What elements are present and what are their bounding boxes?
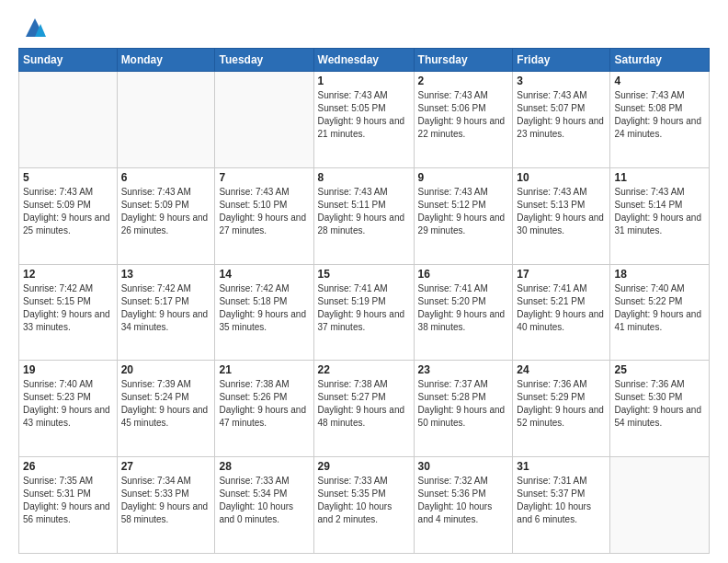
calendar-cell xyxy=(610,457,710,554)
day-info: Sunrise: 7:43 AM Sunset: 5:09 PM Dayligh… xyxy=(121,186,211,237)
day-info: Sunrise: 7:36 AM Sunset: 5:29 PM Dayligh… xyxy=(517,378,606,430)
day-number: 20 xyxy=(121,363,211,376)
calendar-cell: 16Sunrise: 7:41 AM Sunset: 5:20 PM Dayli… xyxy=(414,264,513,361)
col-header-friday: Friday xyxy=(513,49,610,72)
day-info: Sunrise: 7:34 AM Sunset: 5:33 PM Dayligh… xyxy=(121,475,211,526)
calendar-cell: 25Sunrise: 7:36 AM Sunset: 5:30 PM Dayli… xyxy=(610,361,710,457)
day-number: 18 xyxy=(614,268,705,281)
day-info: Sunrise: 7:38 AM Sunset: 5:26 PM Dayligh… xyxy=(219,378,309,430)
logo-icon xyxy=(22,15,48,40)
day-info: Sunrise: 7:33 AM Sunset: 5:34 PM Dayligh… xyxy=(219,475,309,526)
header xyxy=(18,15,710,40)
calendar-cell: 22Sunrise: 7:38 AM Sunset: 5:27 PM Dayli… xyxy=(313,361,414,457)
col-header-thursday: Thursday xyxy=(414,49,513,72)
day-number: 4 xyxy=(614,75,705,87)
calendar-cell: 19Sunrise: 7:40 AM Sunset: 5:23 PM Dayli… xyxy=(19,361,118,457)
calendar-cell: 10Sunrise: 7:43 AM Sunset: 5:13 PM Dayli… xyxy=(513,167,610,264)
col-header-tuesday: Tuesday xyxy=(215,49,313,72)
day-info: Sunrise: 7:32 AM Sunset: 5:36 PM Dayligh… xyxy=(418,475,509,526)
calendar-cell xyxy=(117,72,215,168)
calendar-cell: 23Sunrise: 7:37 AM Sunset: 5:28 PM Dayli… xyxy=(414,361,513,457)
day-info: Sunrise: 7:40 AM Sunset: 5:23 PM Dayligh… xyxy=(23,378,113,430)
day-info: Sunrise: 7:40 AM Sunset: 5:22 PM Dayligh… xyxy=(614,282,705,334)
calendar-cell: 2Sunrise: 7:43 AM Sunset: 5:06 PM Daylig… xyxy=(414,72,513,168)
day-info: Sunrise: 7:38 AM Sunset: 5:27 PM Dayligh… xyxy=(318,378,410,430)
calendar-cell xyxy=(19,72,118,168)
day-info: Sunrise: 7:39 AM Sunset: 5:24 PM Dayligh… xyxy=(121,378,211,430)
calendar-cell: 20Sunrise: 7:39 AM Sunset: 5:24 PM Dayli… xyxy=(117,361,215,457)
calendar-cell: 3Sunrise: 7:43 AM Sunset: 5:07 PM Daylig… xyxy=(513,72,610,168)
day-info: Sunrise: 7:43 AM Sunset: 5:11 PM Dayligh… xyxy=(318,186,410,237)
day-info: Sunrise: 7:43 AM Sunset: 5:14 PM Dayligh… xyxy=(614,186,705,237)
logo xyxy=(18,15,48,40)
calendar-cell: 9Sunrise: 7:43 AM Sunset: 5:12 PM Daylig… xyxy=(414,167,513,264)
calendar-cell: 1Sunrise: 7:43 AM Sunset: 5:05 PM Daylig… xyxy=(313,72,414,168)
week-row-2: 5Sunrise: 7:43 AM Sunset: 5:09 PM Daylig… xyxy=(19,167,710,264)
day-info: Sunrise: 7:42 AM Sunset: 5:15 PM Dayligh… xyxy=(23,282,113,334)
day-number: 29 xyxy=(318,460,410,473)
calendar-cell: 8Sunrise: 7:43 AM Sunset: 5:11 PM Daylig… xyxy=(313,167,414,264)
day-number: 30 xyxy=(418,460,509,473)
calendar-table: SundayMondayTuesdayWednesdayThursdayFrid… xyxy=(18,48,710,554)
calendar-cell: 18Sunrise: 7:40 AM Sunset: 5:22 PM Dayli… xyxy=(610,264,710,361)
calendar-cell: 11Sunrise: 7:43 AM Sunset: 5:14 PM Dayli… xyxy=(610,167,710,264)
day-info: Sunrise: 7:41 AM Sunset: 5:21 PM Dayligh… xyxy=(517,282,606,334)
day-number: 9 xyxy=(418,171,509,184)
calendar-cell: 12Sunrise: 7:42 AM Sunset: 5:15 PM Dayli… xyxy=(19,264,118,361)
day-number: 27 xyxy=(121,460,211,473)
day-number: 3 xyxy=(517,75,606,87)
calendar-cell: 13Sunrise: 7:42 AM Sunset: 5:17 PM Dayli… xyxy=(117,264,215,361)
days-header-row: SundayMondayTuesdayWednesdayThursdayFrid… xyxy=(19,49,710,72)
day-number: 23 xyxy=(418,363,509,376)
calendar-cell xyxy=(215,72,313,168)
day-number: 25 xyxy=(614,363,705,376)
day-info: Sunrise: 7:35 AM Sunset: 5:31 PM Dayligh… xyxy=(23,475,113,526)
col-header-saturday: Saturday xyxy=(610,49,710,72)
calendar-cell: 4Sunrise: 7:43 AM Sunset: 5:08 PM Daylig… xyxy=(610,72,710,168)
day-info: Sunrise: 7:43 AM Sunset: 5:07 PM Dayligh… xyxy=(517,89,606,141)
calendar-cell: 30Sunrise: 7:32 AM Sunset: 5:36 PM Dayli… xyxy=(414,457,513,554)
day-info: Sunrise: 7:31 AM Sunset: 5:37 PM Dayligh… xyxy=(517,475,606,526)
day-info: Sunrise: 7:43 AM Sunset: 5:09 PM Dayligh… xyxy=(23,186,113,237)
day-number: 31 xyxy=(517,460,606,473)
col-header-wednesday: Wednesday xyxy=(313,49,414,72)
day-number: 24 xyxy=(517,363,606,376)
day-number: 13 xyxy=(121,268,211,281)
calendar-cell: 7Sunrise: 7:43 AM Sunset: 5:10 PM Daylig… xyxy=(215,167,313,264)
day-info: Sunrise: 7:37 AM Sunset: 5:28 PM Dayligh… xyxy=(418,378,509,430)
day-number: 15 xyxy=(318,268,410,281)
day-info: Sunrise: 7:33 AM Sunset: 5:35 PM Dayligh… xyxy=(318,475,410,526)
calendar-cell: 31Sunrise: 7:31 AM Sunset: 5:37 PM Dayli… xyxy=(513,457,610,554)
day-number: 16 xyxy=(418,268,509,281)
day-info: Sunrise: 7:42 AM Sunset: 5:18 PM Dayligh… xyxy=(219,282,309,334)
week-row-3: 12Sunrise: 7:42 AM Sunset: 5:15 PM Dayli… xyxy=(19,264,710,361)
day-number: 28 xyxy=(219,460,309,473)
calendar-cell: 17Sunrise: 7:41 AM Sunset: 5:21 PM Dayli… xyxy=(513,264,610,361)
day-number: 7 xyxy=(219,171,309,184)
day-number: 8 xyxy=(318,171,410,184)
day-number: 1 xyxy=(318,75,410,87)
day-number: 19 xyxy=(23,363,113,376)
day-number: 21 xyxy=(219,363,309,376)
day-info: Sunrise: 7:43 AM Sunset: 5:08 PM Dayligh… xyxy=(614,89,705,141)
col-header-sunday: Sunday xyxy=(19,49,118,72)
calendar-cell: 24Sunrise: 7:36 AM Sunset: 5:29 PM Dayli… xyxy=(513,361,610,457)
calendar-cell: 15Sunrise: 7:41 AM Sunset: 5:19 PM Dayli… xyxy=(313,264,414,361)
week-row-1: 1Sunrise: 7:43 AM Sunset: 5:05 PM Daylig… xyxy=(19,72,710,168)
day-info: Sunrise: 7:43 AM Sunset: 5:05 PM Dayligh… xyxy=(318,89,410,141)
calendar-cell: 26Sunrise: 7:35 AM Sunset: 5:31 PM Dayli… xyxy=(19,457,118,554)
col-header-monday: Monday xyxy=(117,49,215,72)
day-info: Sunrise: 7:43 AM Sunset: 5:10 PM Dayligh… xyxy=(219,186,309,237)
day-number: 14 xyxy=(219,268,309,281)
week-row-4: 19Sunrise: 7:40 AM Sunset: 5:23 PM Dayli… xyxy=(19,361,710,457)
day-number: 22 xyxy=(318,363,410,376)
day-info: Sunrise: 7:36 AM Sunset: 5:30 PM Dayligh… xyxy=(614,378,705,430)
day-number: 17 xyxy=(517,268,606,281)
calendar-cell: 6Sunrise: 7:43 AM Sunset: 5:09 PM Daylig… xyxy=(117,167,215,264)
day-info: Sunrise: 7:41 AM Sunset: 5:20 PM Dayligh… xyxy=(418,282,509,334)
calendar-cell: 28Sunrise: 7:33 AM Sunset: 5:34 PM Dayli… xyxy=(215,457,313,554)
calendar-cell: 5Sunrise: 7:43 AM Sunset: 5:09 PM Daylig… xyxy=(19,167,118,264)
day-info: Sunrise: 7:43 AM Sunset: 5:13 PM Dayligh… xyxy=(517,186,606,237)
page: SundayMondayTuesdayWednesdayThursdayFrid… xyxy=(0,0,728,563)
day-number: 6 xyxy=(121,171,211,184)
